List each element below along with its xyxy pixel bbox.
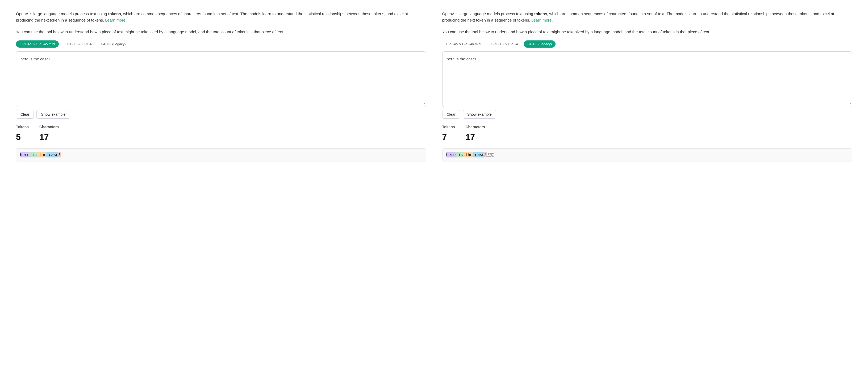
- textarea-wrapper: [442, 51, 852, 107]
- clear-button[interactable]: Clear: [442, 110, 460, 119]
- tab-0[interactable]: GPT-4o & GPT-4o mini: [442, 40, 485, 48]
- show-example-button[interactable]: Show example: [463, 110, 496, 119]
- characters-label: Characters: [465, 124, 485, 130]
- tokens-label: Tokens: [442, 124, 455, 130]
- tokens-stat: Tokens5: [16, 124, 29, 144]
- tabs-container: GPT-4o & GPT-4o miniGPT-3.5 & GPT-4GPT-3…: [442, 40, 852, 48]
- token-1: is: [30, 152, 37, 157]
- characters-stat: Characters17: [465, 124, 485, 144]
- actions-bar: ClearShow example: [16, 110, 426, 119]
- show-example-button[interactable]: Show example: [36, 110, 70, 119]
- description-text-2: You can use the tool below to understand…: [442, 29, 852, 35]
- characters-value: 17: [39, 130, 59, 144]
- characters-stat: Characters17: [39, 124, 59, 144]
- token-0: here: [20, 152, 30, 157]
- textarea-wrapper: [16, 51, 426, 107]
- tab-1[interactable]: GPT-3.5 & GPT-4: [487, 40, 522, 48]
- tab-0[interactable]: GPT-4o & GPT-4o mini: [16, 40, 59, 48]
- tokens-stat: Tokens7: [442, 124, 455, 144]
- main-container: OpenAI's large language models process t…: [0, 0, 868, 172]
- token-display: here is the case!: [16, 148, 426, 161]
- learn-more-link[interactable]: Learn more: [531, 18, 552, 22]
- token-3: case: [46, 152, 58, 157]
- panel-right: OpenAI's large language models process t…: [434, 11, 860, 161]
- token-4: !: [485, 152, 487, 157]
- characters-label: Characters: [39, 124, 59, 130]
- description-text-2: You can use the tool below to understand…: [16, 29, 426, 35]
- token-2: the: [37, 152, 46, 157]
- tab-2[interactable]: GPT-3 (Legacy): [98, 40, 129, 48]
- panel-left: OpenAI's large language models process t…: [8, 11, 434, 161]
- tokens-value: 7: [442, 130, 455, 144]
- stats-container: Tokens7Characters17: [442, 124, 852, 144]
- token-6: 7: [491, 153, 494, 157]
- stats-container: Tokens5Characters17: [16, 124, 426, 144]
- description-text: OpenAI's large language models process t…: [16, 11, 426, 23]
- token-2: the: [463, 152, 472, 157]
- token-5: 77: [487, 153, 491, 157]
- text-input[interactable]: [442, 52, 852, 105]
- description-text: OpenAI's large language models process t…: [442, 11, 852, 23]
- tokens-value: 5: [16, 130, 29, 144]
- characters-value: 17: [465, 130, 485, 144]
- clear-button[interactable]: Clear: [16, 110, 34, 119]
- token-3: case: [472, 152, 485, 157]
- tab-1[interactable]: GPT-3.5 & GPT-4: [61, 40, 95, 48]
- token-1: is: [456, 152, 463, 157]
- learn-more-link[interactable]: Learn more: [105, 18, 126, 22]
- token-display: here is the case!777: [442, 148, 852, 161]
- token-4: !: [59, 152, 61, 157]
- tab-2[interactable]: GPT-3 (Legacy): [524, 40, 556, 48]
- actions-bar: ClearShow example: [442, 110, 852, 119]
- tokens-label: Tokens: [16, 124, 29, 130]
- token-0: here: [446, 152, 456, 157]
- tabs-container: GPT-4o & GPT-4o miniGPT-3.5 & GPT-4GPT-3…: [16, 40, 426, 48]
- text-input[interactable]: [16, 52, 426, 105]
